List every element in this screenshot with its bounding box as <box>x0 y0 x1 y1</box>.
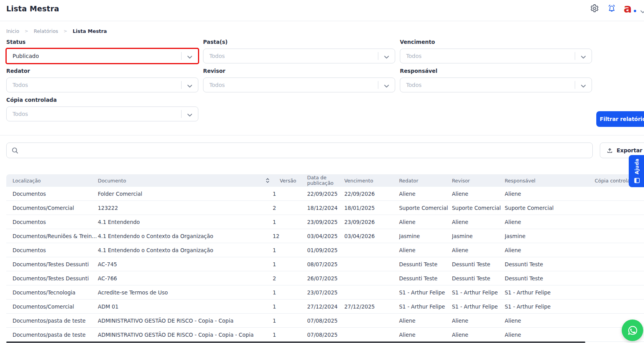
column-header-label: Vencimento <box>344 178 373 184</box>
column-header-versao: Versão <box>273 178 307 184</box>
cell-data_publicacao: 23/07/2025 <box>307 289 344 296</box>
brand-logo-dot <box>634 10 636 12</box>
filter-field-vencimento: VencimentoTodos <box>400 39 592 63</box>
table-row[interactable]: Documentos/TecnologiaAcredite-se Termos … <box>6 285 644 300</box>
table-row[interactable]: Documentos/pasta de testeADMINISTRATIVO … <box>6 328 644 342</box>
filter-label: Revisor <box>203 68 395 74</box>
column-header-label: Responsável <box>505 178 536 184</box>
table-header: LocalizaçãoDocumentoVersãoData de public… <box>6 174 644 187</box>
table-row[interactable]: Documentos/Comercial123222218/12/202418/… <box>6 201 644 215</box>
table-row[interactable]: Documentos/pasta de testeADMINISTRATIVO … <box>6 314 644 328</box>
bell-icon[interactable] <box>607 4 616 13</box>
cell-localizacao: Documentos/Reuniões & Trein... <box>13 233 98 239</box>
filter-label: Redator <box>6 68 198 74</box>
breadcrumb-separator: > <box>64 29 67 34</box>
cell-versao: 1 <box>273 261 307 267</box>
column-header-documento[interactable]: Documento <box>98 178 273 184</box>
cell-data_publicacao: 22/09/2025 <box>307 191 344 197</box>
chevron-down-icon[interactable] <box>187 112 192 116</box>
cell-data_publicacao: 03/04/2025 <box>307 233 344 239</box>
brand-logo[interactable]: a <box>624 2 635 15</box>
search-box[interactable] <box>6 143 593 158</box>
cell-revisor: S1 - Arthur Felipe <box>452 303 505 310</box>
cell-revisor: Aliene <box>452 332 505 338</box>
horizontal-scrollbar[interactable] <box>6 341 585 343</box>
column-header-label: Data de publicação <box>307 175 333 186</box>
breadcrumb-item: Lista Mestra <box>73 28 107 34</box>
gear-icon[interactable] <box>590 4 599 13</box>
upload-icon <box>606 147 613 154</box>
cell-data_publicacao: 08/07/2025 <box>307 261 344 267</box>
cell-vencimento: 27/12/2025 <box>344 303 399 310</box>
cell-versao: 2 <box>273 275 307 282</box>
status-select[interactable]: Publicado <box>5 48 199 64</box>
help-tab[interactable]: Ajuda <box>629 155 644 187</box>
revisor-select[interactable]: Todos <box>203 78 395 92</box>
cell-responsavel: S1 - Arthur Felipe <box>505 289 595 296</box>
cell-localizacao: Documentos <box>13 191 98 197</box>
filter-report-button[interactable]: Filtrar relatório <box>596 111 644 127</box>
table-row[interactable]: Documentos/Testes DessuntiAC-766226/07/2… <box>6 271 644 285</box>
breadcrumb: Inicio>Relatórios>Lista Mestra <box>6 28 107 34</box>
sort-icon[interactable] <box>266 178 270 183</box>
cell-localizacao: Documentos/Testes Dessunti <box>13 261 98 267</box>
table-row[interactable]: Documentos/Reuniões & Trein...4.1 Entend… <box>6 229 644 243</box>
table-row[interactable]: Documentos4.1 Entendendo o Contexto da O… <box>6 243 644 257</box>
chevron-down-icon[interactable] <box>640 8 644 12</box>
cell-localizacao: Documentos/Comercial <box>13 205 98 211</box>
cell-revisor: S1 - Arthur Felipe <box>452 289 505 296</box>
table-row[interactable]: Documentos4.1 Entendendo123/09/202523/09… <box>6 215 644 229</box>
help-tab-label: Ajuda <box>634 159 640 174</box>
responsavel-select[interactable]: Todos <box>400 78 592 92</box>
cell-responsavel: Aliene <box>505 318 595 324</box>
cell-documento: ADMINISTRATIVO GESTÃO DE RISCO - Copia -… <box>98 332 273 338</box>
select-divider <box>575 81 575 89</box>
chevron-down-icon[interactable] <box>581 54 586 58</box>
chevron-down-icon[interactable] <box>187 83 192 87</box>
search-input[interactable] <box>23 147 588 154</box>
chevron-down-icon[interactable] <box>384 83 389 87</box>
brand-logo-letter: a <box>624 1 632 15</box>
breadcrumb-separator: > <box>25 29 28 34</box>
cell-vencimento: 22/09/2026 <box>344 191 399 197</box>
column-header-localizacao: Localização <box>13 178 98 184</box>
cell-responsavel: Dessunti Teste <box>505 275 595 282</box>
cell-revisor: Aliene <box>452 191 505 197</box>
cell-data_publicacao: 27/12/2024 <box>307 303 344 310</box>
select-divider <box>181 81 182 89</box>
breadcrumb-item[interactable]: Inicio <box>6 28 19 34</box>
redator-select[interactable]: Todos <box>6 78 198 92</box>
cell-versao: 1 <box>273 332 307 338</box>
cell-responsavel: Jasmine <box>505 233 595 239</box>
cell-localizacao: Documentos/pasta de teste <box>13 332 98 338</box>
table-row[interactable]: Documentos/ComercialADM 01127/12/202427/… <box>6 300 644 314</box>
table-row[interactable]: Documentos/Testes DessuntiAC-745108/07/2… <box>6 257 644 271</box>
cell-documento: 4.1 Entendendo <box>98 219 273 225</box>
column-header-label: Localização <box>13 178 41 184</box>
filter-label: Status <box>6 39 198 45</box>
cell-responsavel: Aliene <box>505 219 595 225</box>
cell-localizacao: Documentos <box>13 219 98 225</box>
vencimento-select[interactable]: Todos <box>400 49 592 63</box>
cell-documento: 123222 <box>98 205 273 211</box>
copia-controlada-select[interactable]: Todos <box>6 107 198 121</box>
cell-revisor: Suporte Comercial <box>452 205 505 211</box>
cell-data_publicacao: 26/07/2025 <box>307 275 344 282</box>
cell-responsavel: Aliene <box>505 332 595 338</box>
select-value: Publicado <box>13 53 39 59</box>
chevron-down-icon[interactable] <box>187 54 192 58</box>
table-row[interactable]: DocumentosFolder Comercial122/09/202522/… <box>6 187 644 201</box>
breadcrumb-item[interactable]: Relatórios <box>34 28 58 34</box>
page-title: Lista Mestra <box>6 4 59 13</box>
cell-data_publicacao: 18/12/2024 <box>307 205 344 211</box>
chevron-down-icon[interactable] <box>384 54 389 58</box>
documents-table: LocalizaçãoDocumentoVersãoData de public… <box>6 174 644 342</box>
cell-redator: S1 - Arthur Felipe <box>399 289 452 296</box>
cell-redator: Aliene <box>399 191 452 197</box>
cell-localizacao: Documentos/pasta de teste <box>13 318 98 324</box>
chevron-down-icon[interactable] <box>581 83 586 87</box>
pastas-select[interactable]: Todos <box>203 49 395 63</box>
whatsapp-button[interactable] <box>622 320 643 341</box>
cell-redator: Aliene <box>399 247 452 253</box>
filter-field-copia-controlada: Cópia controladaTodos <box>6 97 198 121</box>
